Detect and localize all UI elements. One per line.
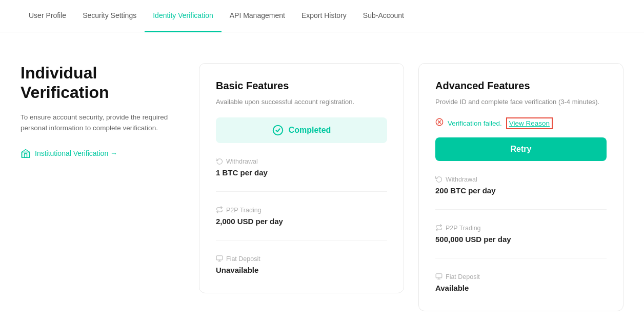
verification-failed-row: Verification failed. View Reason <box>435 117 607 129</box>
retry-label: Retry <box>511 145 532 154</box>
basic-card-subtitle: Available upon successful account regist… <box>216 97 387 107</box>
adv-fiat-value: Available <box>435 284 607 292</box>
adv-p2p-icon <box>435 224 442 233</box>
main-content: Individual Verification To ensure accoun… <box>0 32 644 321</box>
svg-rect-1 <box>25 154 27 158</box>
failed-text: Verification failed. <box>448 119 502 127</box>
nav-item-api-management[interactable]: API Management <box>222 0 293 32</box>
withdrawal-icon <box>216 157 223 166</box>
basic-withdrawal-label: Withdrawal <box>226 158 258 165</box>
svg-point-4 <box>273 125 282 134</box>
advanced-card-subtitle: Provide ID and complete face verificatio… <box>435 97 607 107</box>
nav-item-user-profile[interactable]: User Profile <box>21 0 74 32</box>
basic-withdrawal: Withdrawal 1 BTC per day <box>216 157 387 177</box>
top-nav: User ProfileSecurity SettingsIdentity Ve… <box>0 0 644 32</box>
retry-button[interactable]: Retry <box>435 137 607 161</box>
svg-rect-11 <box>436 273 442 277</box>
adv-p2p-value: 500,000 USD per day <box>435 235 607 244</box>
basic-withdrawal-value: 1 BTC per day <box>216 168 387 177</box>
nav-item-identity-verification[interactable]: Identity Verification <box>145 0 222 32</box>
institutional-link-label: Institutional Verification → <box>35 149 117 157</box>
basic-fiat-value: Unavailable <box>216 266 387 274</box>
adv-withdrawal-icon <box>435 175 442 184</box>
advanced-card-title: Advanced Features <box>435 80 607 92</box>
basic-p2p-value: 2,000 USD per day <box>216 217 387 226</box>
nav-item-export-history[interactable]: Export History <box>293 0 355 32</box>
nav-item-security-settings[interactable]: Security Settings <box>74 0 145 32</box>
svg-rect-0 <box>22 152 30 157</box>
advanced-features-list: Withdrawal 200 BTC per day P2P Trading 5… <box>435 175 607 292</box>
failed-icon <box>435 118 444 128</box>
building-icon <box>21 148 31 158</box>
adv-fiat-icon <box>435 273 442 282</box>
basic-features-list: Withdrawal 1 BTC per day P2P Trading 2,0… <box>216 157 387 274</box>
p2p-icon <box>216 206 223 215</box>
adv-p2p-label: P2P Trading <box>446 225 481 232</box>
view-reason-link[interactable]: View Reason <box>506 117 553 129</box>
adv-fiat-label: Fiat Deposit <box>446 273 480 280</box>
page-title: Individual Verification <box>21 63 185 103</box>
adv-withdrawal-label: Withdrawal <box>446 176 477 183</box>
basic-fiat-label: Fiat Deposit <box>226 255 260 263</box>
fiat-icon <box>216 255 223 264</box>
basic-card-title: Basic Features <box>216 80 387 92</box>
advanced-p2p: P2P Trading 500,000 USD per day <box>435 224 607 244</box>
advanced-features-card: Advanced Features Provide ID and complet… <box>418 63 623 311</box>
adv-withdrawal-value: 200 BTC per day <box>435 186 607 195</box>
completed-label: Completed <box>289 126 331 135</box>
nav-item-sub-account[interactable]: Sub-Account <box>355 0 412 32</box>
svg-rect-5 <box>216 255 223 259</box>
completed-button[interactable]: Completed <box>216 117 387 143</box>
institutional-verification-link[interactable]: Institutional Verification → <box>21 148 185 158</box>
page-description: To ensure account security, provide the … <box>21 112 185 134</box>
basic-features-card: Basic Features Available upon successful… <box>199 63 404 293</box>
advanced-withdrawal: Withdrawal 200 BTC per day <box>435 175 607 195</box>
basic-fiat: Fiat Deposit Unavailable <box>216 255 387 274</box>
left-panel: Individual Verification To ensure accoun… <box>21 63 185 158</box>
advanced-fiat: Fiat Deposit Available <box>435 273 607 292</box>
basic-p2p-label: P2P Trading <box>226 207 261 214</box>
basic-p2p: P2P Trading 2,000 USD per day <box>216 206 387 226</box>
